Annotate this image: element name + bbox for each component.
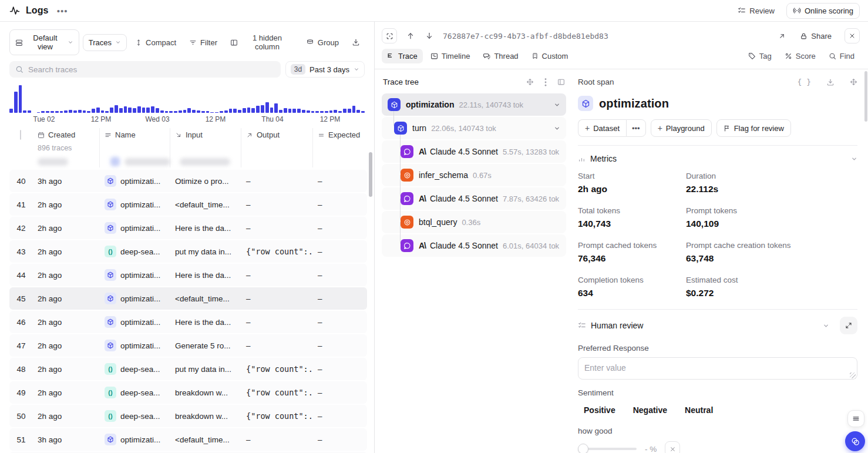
cell-name: () deep-sea... <box>100 410 170 422</box>
previous-trace-button[interactable] <box>405 31 416 41</box>
trace-volume-histogram[interactable]: Tue 0212 PMWed 0312 PMThu 0412 PM <box>9 83 365 123</box>
score-slider[interactable] <box>578 444 637 453</box>
metric-label: Start <box>578 172 686 180</box>
score-button[interactable]: Score <box>779 49 821 63</box>
metric-label: Completion tokens <box>578 276 686 284</box>
column-header-expected[interactable]: Expected <box>318 130 362 139</box>
table-row[interactable]: 48 2h ago () deep-sea... put my data in.… <box>9 358 367 380</box>
chevron-down-icon[interactable] <box>554 102 560 108</box>
download-icon[interactable] <box>826 78 835 86</box>
flag-icon <box>724 125 731 132</box>
trace-tree-row[interactable]: A\ btql_query 0.36s <box>382 211 566 233</box>
tag-button[interactable]: Tag <box>743 49 777 63</box>
cell-output: {"row_count":... <box>241 388 313 397</box>
row-number: 47 <box>9 341 33 350</box>
focus-trace-button[interactable] <box>382 28 397 43</box>
column-header-name[interactable]: Name <box>105 130 165 139</box>
histogram-bar <box>60 111 63 113</box>
date-range-button[interactable]: 3d Past 3 days <box>285 61 365 78</box>
sentiment-option-negative[interactable]: Negative <box>627 402 673 418</box>
table-row[interactable]: 45 2h ago () optimizati... <default_time… <box>9 287 367 310</box>
flag-for-review-button[interactable]: Flag for review <box>716 119 791 137</box>
clear-score-button[interactable] <box>665 441 680 453</box>
slider-thumb[interactable] <box>578 444 588 453</box>
tab-trace[interactable]: Trace <box>382 49 423 63</box>
sentiment-option-positive[interactable]: Positive <box>578 402 621 418</box>
histogram-bar <box>251 108 255 113</box>
tab-custom[interactable]: Custom <box>526 49 574 63</box>
tab-timeline[interactable]: Timeline <box>425 49 476 63</box>
next-trace-button[interactable] <box>424 31 435 41</box>
detail-scrollbar[interactable] <box>864 71 867 122</box>
more-options-icon[interactable] <box>544 78 547 86</box>
trace-tree-row[interactable]: A\ turn 22.06s, 140743 tok <box>382 117 566 139</box>
sentiment-option-neutral[interactable]: Neutral <box>679 402 719 418</box>
view-selector-button[interactable]: Default view <box>9 29 79 55</box>
chevron-down-icon[interactable] <box>554 125 560 132</box>
table-row[interactable]: 49 2h ago () deep-sea... breakdown w... … <box>9 381 367 404</box>
online-scoring-button[interactable]: Online scoring <box>786 3 860 19</box>
function-span-icon <box>105 340 116 351</box>
preferred-response-input[interactable] <box>578 357 857 380</box>
human-review-section-header[interactable]: Human review <box>578 310 857 339</box>
trace-tree-row[interactable]: A\ Claude 4.5 Sonnet 7.87s, 63426 tok <box>382 187 566 210</box>
cell-name: () optimizati... <box>100 222 170 234</box>
widget-menu-button[interactable] <box>847 410 864 427</box>
histogram-bar <box>329 110 333 113</box>
dataset-more-button[interactable]: ••• <box>626 119 646 137</box>
span-name: btql_query <box>419 217 457 227</box>
histogram-bar <box>256 106 260 113</box>
open-playground-button[interactable]: +Playground <box>651 119 712 137</box>
histogram-axis: Tue 0212 PMWed 0312 PMThu 0412 PM <box>9 115 365 123</box>
table-row[interactable]: 51 3h ago () optimizati... <default_time… <box>9 428 367 451</box>
cell-input: put my data in... <box>170 365 241 374</box>
table-row[interactable]: 42 2h ago () optimizati... Here is the d… <box>9 217 367 239</box>
open-in-new-icon[interactable] <box>777 31 787 41</box>
table-row[interactable]: 47 2h ago () optimizati... Generate 5 ro… <box>9 334 367 357</box>
cell-input: breakdown w... <box>170 412 241 421</box>
help-widget-button[interactable] <box>845 431 865 451</box>
page-menu-button[interactable]: ••• <box>55 5 70 17</box>
collapse-panel-icon[interactable] <box>557 78 565 86</box>
table-scrollbar[interactable] <box>369 152 372 197</box>
column-header-created[interactable]: Created <box>38 130 95 139</box>
find-button[interactable]: Find <box>823 49 860 63</box>
cell-expected: – <box>313 388 367 397</box>
group-button[interactable]: Group <box>301 35 344 51</box>
metrics-section-header[interactable]: Metrics <box>578 146 857 170</box>
table-row[interactable]: 43 2h ago () deep-sea... put my data in.… <box>9 240 367 263</box>
compact-toggle-button[interactable]: Compact <box>130 35 181 51</box>
select-all-checkbox[interactable] <box>20 130 21 140</box>
json-view-icon[interactable]: { } <box>798 78 811 86</box>
add-to-dataset-button[interactable]: +Dataset <box>578 119 626 137</box>
column-header-output[interactable]: Output <box>246 130 308 139</box>
table-row[interactable]: 46 2h ago () optimizati... Here is the d… <box>9 311 367 333</box>
cell-created: 2h ago <box>33 318 100 327</box>
trace-id[interactable]: 762887e7-cc99-4b73-afbf-d8bde81ebd83 <box>443 32 608 41</box>
search-traces-box[interactable] <box>9 61 281 78</box>
hidden-columns-button[interactable]: 1 hidden column <box>226 30 298 55</box>
table-row[interactable]: 41 2h ago () optimizati... <default_time… <box>9 193 367 216</box>
table-row[interactable]: 50 2h ago () deep-sea... breakdown w... … <box>9 405 367 427</box>
cell-expected: – <box>313 341 367 350</box>
cell-name: () optimizati... <box>100 340 170 351</box>
trace-tree-row[interactable]: A\ Claude 4.5 Sonnet 5.57s, 13283 tok <box>382 140 566 163</box>
expand-review-button[interactable] <box>840 317 857 334</box>
move-icon[interactable] <box>526 78 534 86</box>
tab-thread[interactable]: Thread <box>477 49 523 63</box>
close-panel-button[interactable] <box>845 28 860 43</box>
move-icon[interactable] <box>850 78 857 86</box>
trace-tree-row[interactable]: A\ infer_schema 0.67s <box>382 164 566 186</box>
share-button[interactable]: Share <box>796 29 835 43</box>
column-header-input[interactable]: Input <box>175 130 236 139</box>
trace-tree-row[interactable]: A\ optimization 22.11s, 140743 tok <box>382 93 566 116</box>
filter-button[interactable]: Filter <box>184 35 222 51</box>
table-row[interactable]: 44 2h ago () optimizati... Here is the d… <box>9 264 367 286</box>
review-button[interactable]: Review <box>734 4 778 18</box>
trace-tree-row[interactable]: A\ Claude 4.5 Sonnet 6.01s, 64034 tok <box>382 234 566 257</box>
table-row[interactable]: 40 3h ago () optimizati... Otimize o pro… <box>9 170 367 192</box>
traces-selector-button[interactable]: Traces <box>83 34 127 51</box>
search-traces-input[interactable] <box>28 65 275 74</box>
span-title: optimization <box>599 97 669 110</box>
export-button[interactable] <box>347 35 365 50</box>
